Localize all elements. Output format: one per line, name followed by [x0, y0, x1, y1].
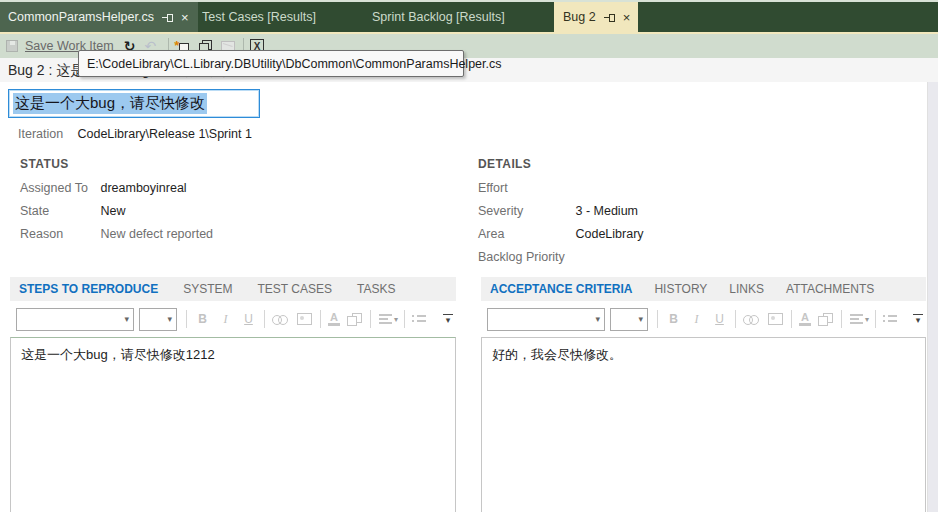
underline-button[interactable]: U [708, 312, 731, 326]
tab-steps-to-reproduce[interactable]: STEPS TO REPRODUCE [19, 282, 158, 296]
tab-history[interactable]: HISTORY [654, 282, 707, 296]
tab-attachments[interactable]: ATTACHMENTS [786, 282, 874, 296]
field-row-state: State New [20, 204, 126, 218]
tab-commonparamshelper[interactable]: CommonParamsHelper.cs [0, 2, 198, 32]
field-row-assigned-to: Assigned To dreamboyinreal [20, 181, 187, 195]
toolbar-separator [875, 310, 876, 328]
iteration-row: Iteration CodeLibrary\Release 1\Sprint 1 [18, 127, 252, 141]
tab-tasks[interactable]: TASKS [357, 282, 395, 296]
toolbar-separator [404, 310, 405, 328]
left-editor-toolbar: B I U [10, 301, 456, 337]
vs-workitem-window: CommonParamsHelper.cs Test Cases [Result… [0, 0, 938, 512]
field-label: Severity [478, 204, 572, 218]
field-label: Backlog Priority [478, 250, 572, 264]
vertical-scrollbar[interactable] [927, 82, 938, 512]
field-label: Assigned To [20, 181, 97, 195]
field-row-effort: Effort [478, 181, 572, 195]
field-label: Area [478, 227, 572, 241]
right-panel-tab-strip: ACCEPTANCE CRITERIA HISTORY LINKS ATTACH… [481, 277, 926, 301]
hyperlink-icon[interactable] [272, 313, 290, 325]
bullet-list-icon[interactable] [883, 314, 897, 324]
font-name-select[interactable] [16, 308, 134, 331]
tab-test-cases[interactable]: Test Cases [Results] [198, 2, 368, 32]
field-value[interactable]: New defect reported [100, 227, 213, 241]
details-heading: DETAILS [478, 157, 531, 171]
toolbar-separator [264, 310, 265, 328]
insert-image-icon[interactable] [768, 313, 783, 325]
toolbar-separator [841, 310, 842, 328]
underline-button[interactable]: U [237, 312, 260, 326]
bold-button[interactable]: B [191, 312, 214, 326]
tab-system[interactable]: SYSTEM [183, 282, 232, 296]
title-field[interactable]: 这是一个大bug，请尽快修改 [8, 89, 260, 118]
toolbar-separator [735, 310, 736, 328]
close-icon[interactable] [181, 12, 189, 23]
tab-label: CommonParamsHelper.cs [8, 10, 154, 24]
acceptance-criteria-textarea[interactable]: 好的，我会尽快修改。 [481, 337, 926, 512]
italic-button[interactable]: I [685, 312, 708, 327]
field-value[interactable]: 3 - Medium [575, 204, 638, 218]
align-text-icon[interactable] [850, 314, 863, 324]
toolbar-overflow-icon[interactable] [443, 314, 453, 324]
field-value[interactable]: dreamboyinreal [100, 181, 186, 195]
steps-to-reproduce-textarea[interactable]: 这是一个大bug，请尽快修改1212 [10, 337, 456, 512]
toolbar-overflow-icon[interactable] [913, 314, 923, 324]
align-text-icon[interactable] [379, 314, 392, 324]
title-selected-text: 这是一个大bug，请尽快修改 [13, 93, 207, 114]
format-painter-icon[interactable] [347, 313, 362, 326]
bullet-list-icon[interactable] [412, 314, 426, 324]
iteration-label: Iteration [18, 127, 74, 141]
tab-label: Sprint Backlog [Results] [372, 10, 505, 24]
tab-test-cases-panel[interactable]: TEST CASES [257, 282, 331, 296]
document-tab-bar: CommonParamsHelper.cs Test Cases [Result… [0, 2, 938, 32]
italic-button[interactable]: I [214, 312, 237, 327]
font-size-select[interactable] [139, 308, 177, 331]
tab-sprint-backlog[interactable]: Sprint Backlog [Results] [368, 2, 554, 32]
field-value[interactable]: CodeLibrary [575, 227, 643, 241]
font-color-icon[interactable] [328, 312, 340, 326]
field-row-severity: Severity 3 - Medium [478, 204, 638, 218]
font-name-select[interactable] [487, 308, 605, 331]
field-value[interactable]: New [100, 204, 125, 218]
pin-icon[interactable] [162, 12, 174, 23]
tab-label: Test Cases [Results] [202, 10, 316, 24]
chevron-down-icon[interactable] [865, 315, 869, 324]
tab-acceptance-criteria[interactable]: ACCEPTANCE CRITERIA [490, 282, 632, 296]
left-panel-tab-strip: STEPS TO REPRODUCE SYSTEM TEST CASES TAS… [10, 277, 456, 301]
toolbar-separator [320, 310, 321, 328]
toolbar-separator [657, 310, 658, 328]
tab-label: Bug 2 [563, 10, 596, 24]
chevron-down-icon[interactable] [394, 315, 398, 324]
hyperlink-icon[interactable] [743, 313, 761, 325]
format-painter-icon[interactable] [818, 313, 833, 326]
toolbar-separator [791, 310, 792, 328]
save-icon[interactable] [6, 40, 18, 52]
iteration-value[interactable]: CodeLibrary\Release 1\Sprint 1 [77, 127, 251, 141]
font-size-select[interactable] [610, 308, 648, 331]
font-color-icon[interactable] [799, 312, 811, 326]
tab-links[interactable]: LINKS [729, 282, 764, 296]
file-path-tooltip: E:\CodeLibrary\CL.Library.DBUtility\DbCo… [78, 50, 464, 77]
status-heading: STATUS [20, 157, 69, 171]
right-editor-toolbar: B I U [481, 301, 926, 337]
field-row-area: Area CodeLibrary [478, 227, 644, 241]
toolbar-separator [186, 310, 187, 328]
field-label: State [20, 204, 97, 218]
close-icon[interactable] [623, 12, 631, 23]
insert-image-icon[interactable] [297, 313, 312, 325]
pin-icon[interactable] [604, 12, 616, 23]
field-row-backlog-priority: Backlog Priority [478, 250, 572, 264]
toolbar-separator [370, 310, 371, 328]
field-label: Effort [478, 181, 572, 195]
field-label: Reason [20, 227, 97, 241]
tab-bug-2[interactable]: Bug 2 [554, 2, 638, 32]
bold-button[interactable]: B [662, 312, 685, 326]
field-row-reason: Reason New defect reported [20, 227, 213, 241]
